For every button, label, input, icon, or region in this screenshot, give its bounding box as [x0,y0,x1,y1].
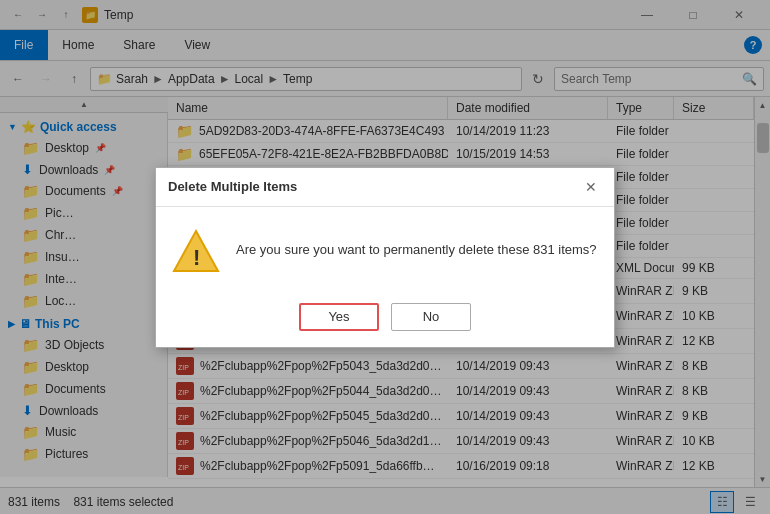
dialog-close-button[interactable]: ✕ [580,176,602,198]
svg-text:!: ! [193,245,200,270]
delete-dialog: Delete Multiple Items ✕ ! Are you sure y… [155,167,615,348]
dialog-titlebar: Delete Multiple Items ✕ [156,168,614,207]
warning-icon: ! [172,227,220,275]
dialog-message: Are you sure you want to permanently del… [236,241,597,259]
dialog-title: Delete Multiple Items [168,179,297,194]
dialog-buttons: Yes No [156,295,614,347]
dialog-body: ! Are you sure you want to permanently d… [156,207,614,295]
no-button[interactable]: No [391,303,471,331]
yes-button[interactable]: Yes [299,303,379,331]
dialog-overlay: Delete Multiple Items ✕ ! Are you sure y… [0,0,770,514]
warning-icon-wrap: ! [172,227,220,275]
